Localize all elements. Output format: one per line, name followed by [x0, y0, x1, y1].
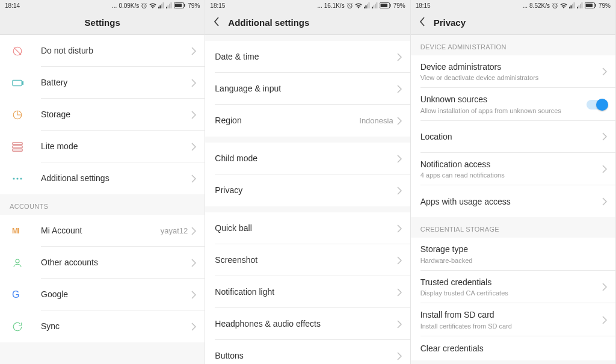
- row-region[interactable]: Region Indonesia: [205, 105, 410, 137]
- row-do-not-disturb[interactable]: Do not disturb: [0, 35, 205, 67]
- status-bar: 18:15 ... 8.52K/s 79%: [411, 0, 615, 11]
- row-label: Other accounts: [41, 257, 191, 268]
- chevron-right-icon: [397, 256, 402, 265]
- chevron-right-icon: [191, 259, 196, 267]
- back-button[interactable]: [214, 17, 220, 29]
- row-date-time[interactable]: Date & time: [205, 41, 410, 73]
- row-unknown-sources[interactable]: Unknown sources Allow installation of ap…: [411, 88, 615, 120]
- row-label: Battery: [41, 77, 191, 88]
- row-trusted-credentials[interactable]: Trusted credentials Display trusted CA c…: [411, 271, 615, 303]
- row-device-administrators[interactable]: Device administrators View or deactivate…: [411, 55, 615, 88]
- signal-icon-1: [158, 2, 164, 8]
- wifi-icon: [560, 2, 567, 8]
- row-sync[interactable]: Sync: [0, 310, 205, 342]
- row-label: Mi Account: [41, 225, 161, 236]
- row-battery[interactable]: Battery: [0, 67, 205, 99]
- row-notification-light[interactable]: Notification light: [205, 276, 410, 308]
- row-label: Google: [41, 289, 191, 300]
- row-label: Additional settings: [41, 173, 191, 184]
- row-label: Sync: [41, 321, 191, 332]
- content: Date & time Language & input Region Indo…: [205, 35, 410, 364]
- row-mi-account[interactable]: MI Mi Account yayat12: [0, 215, 205, 247]
- row-storage-type[interactable]: Storage type Hardware-backed: [411, 238, 615, 270]
- row-label: Storage: [41, 109, 191, 120]
- status-right: ... 8.52K/s 79%: [523, 2, 611, 9]
- status-bar: 18:15 ... 16.1K/s 79%: [205, 0, 410, 11]
- signal-icon-2: [166, 2, 172, 8]
- row-sublabel: View or deactivate device administrators: [420, 73, 602, 82]
- more-icon: [12, 177, 43, 180]
- status-time: 18:15: [210, 2, 225, 9]
- chevron-right-icon: [397, 288, 402, 297]
- row-label: Install from SD card: [420, 309, 602, 320]
- status-bar: 18:14 ... 0.09K/s 79%: [0, 0, 205, 11]
- pane-privacy: 18:15 ... 8.52K/s 79% Privacy DEVICE ADM…: [411, 0, 616, 364]
- chevron-right-icon: [191, 47, 196, 55]
- row-google[interactable]: G Google: [0, 279, 205, 310]
- chevron-right-icon: [191, 143, 196, 151]
- chevron-right-icon: [397, 224, 402, 233]
- row-other-accounts[interactable]: Other accounts: [0, 247, 205, 279]
- battery-icon: [174, 2, 186, 8]
- row-label: Screenshot: [215, 254, 396, 265]
- svg-rect-22: [586, 4, 593, 7]
- row-headphones-audio[interactable]: Headphones & audio effects: [205, 308, 410, 340]
- row-lite-mode[interactable]: Lite mode: [0, 131, 205, 162]
- svg-rect-21: [595, 4, 596, 7]
- chevron-right-icon: [397, 187, 402, 195]
- row-apps-usage-access[interactable]: Apps with usage access: [411, 185, 615, 217]
- row-sublabel: Hardware-backed: [420, 256, 607, 265]
- back-button[interactable]: [419, 17, 425, 29]
- row-sublabel: Allow installation of apps from unknown …: [420, 106, 587, 115]
- svg-rect-10: [13, 149, 22, 151]
- chevron-right-icon: [397, 155, 402, 163]
- row-sublabel: Display trusted CA certificates: [420, 289, 602, 297]
- storage-icon: [12, 110, 43, 120]
- row-clear-credentials[interactable]: Clear credentials: [411, 336, 615, 360]
- status-battery: 79%: [599, 2, 611, 9]
- status-net: 0.09K/s: [119, 2, 139, 9]
- row-label: Quick ball: [215, 223, 396, 233]
- chevron-right-icon: [602, 316, 607, 324]
- row-quick-ball[interactable]: Quick ball: [205, 212, 410, 244]
- person-icon: [12, 258, 43, 268]
- chevron-right-icon: [602, 67, 607, 76]
- svg-rect-5: [13, 80, 22, 85]
- row-label: Storage type: [420, 244, 607, 254]
- svg-rect-18: [380, 4, 387, 7]
- row-child-mode[interactable]: Child mode: [205, 143, 410, 174]
- row-sublabel: 4 apps can read notifications: [420, 171, 602, 179]
- chevron-right-icon: [191, 79, 196, 87]
- chevron-right-icon: [397, 320, 402, 329]
- chevron-right-icon: [191, 322, 196, 331]
- row-label: Language & input: [215, 83, 396, 94]
- row-additional-settings[interactable]: Additional settings: [0, 162, 205, 194]
- chevron-right-icon: [602, 197, 607, 206]
- mi-icon: MI: [12, 227, 43, 235]
- row-storage[interactable]: Storage: [0, 99, 205, 131]
- row-language-input[interactable]: Language & input: [205, 73, 410, 105]
- row-screenshot[interactable]: Screenshot: [205, 244, 410, 276]
- lite-mode-icon: [12, 141, 43, 152]
- row-label: Headphones & audio effects: [215, 318, 396, 329]
- wifi-icon: [355, 2, 362, 8]
- section-device-admin: DEVICE ADMINISTRATION: [411, 35, 615, 55]
- section-accounts: ACCOUNTS: [0, 194, 205, 215]
- header: Privacy: [411, 11, 615, 35]
- chevron-right-icon: [191, 174, 196, 183]
- battery-icon: [380, 2, 392, 8]
- row-install-from-sd[interactable]: Install from SD card Install certificate…: [411, 303, 615, 336]
- signal-icon-1: [364, 2, 370, 8]
- wifi-icon: [149, 2, 156, 8]
- row-privacy[interactable]: Privacy: [205, 174, 410, 206]
- row-buttons[interactable]: Buttons: [205, 340, 410, 364]
- status-net: 16.1K/s: [324, 2, 345, 9]
- battery-menu-icon: [12, 79, 43, 87]
- row-label: Notification access: [420, 159, 602, 170]
- row-label: Notification light: [215, 286, 396, 297]
- row-notification-access[interactable]: Notification access 4 apps can read noti…: [411, 153, 615, 185]
- row-location[interactable]: Location: [411, 121, 615, 153]
- svg-rect-2: [184, 4, 185, 7]
- svg-point-11: [13, 177, 14, 179]
- toggle-unknown-sources[interactable]: [587, 100, 607, 110]
